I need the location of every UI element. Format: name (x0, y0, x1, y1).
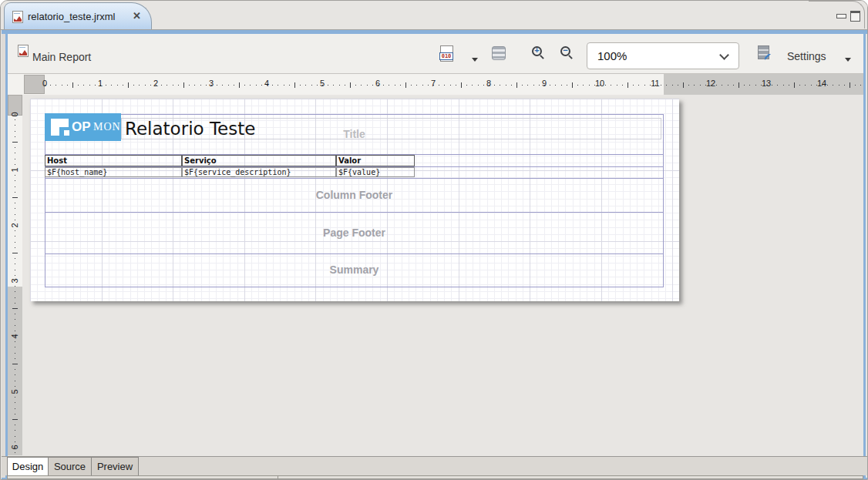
v-ruler-number: 1 (10, 165, 20, 175)
zoom-level-combobox[interactable]: 100% (587, 42, 739, 69)
minimize-icon[interactable] (836, 14, 846, 18)
horizontal-ruler: 01234567891011121314 (8, 74, 863, 95)
field-value[interactable]: $F{value} (336, 167, 415, 177)
designer-toolbar: Main Report 010 + − 100% Settings (8, 34, 863, 74)
report-file-icon (12, 11, 23, 23)
editor-tab-relatorio-teste[interactable]: relatorio_teste.jrxml ✕ (4, 2, 152, 30)
band-label-column-footer: Column Footer (45, 189, 664, 201)
report-designer-window: relatorio_teste.jrxml ✕ Main Report 010 … (0, 0, 868, 480)
editor-tab-title: relatorio_teste.jrxml (28, 11, 115, 22)
band-label-title: Title (45, 128, 664, 140)
h-ruler-number: 14 (817, 79, 826, 88)
tab-design[interactable]: Design (7, 457, 49, 476)
horizontal-ruler-midticks (45, 82, 863, 88)
column-header-valor[interactable]: Valor (336, 155, 415, 166)
h-ruler-number: 7 (431, 79, 436, 88)
report-page[interactable]: OP MON Relatorio Teste Title Host Serviç… (30, 99, 679, 301)
column-header-servico[interactable]: Serviço (182, 155, 336, 166)
band-line-detail-bottom (45, 178, 664, 179)
vertical-ruler: 0123456 (8, 95, 22, 455)
h-ruler-number: 8 (486, 79, 491, 88)
field-host-name[interactable]: $F{host_name} (45, 167, 182, 177)
dataset-dropdown-arrow-icon[interactable] (472, 58, 478, 62)
band-label-summary: Summary (45, 263, 664, 276)
h-ruler-number: 4 (264, 79, 269, 88)
status-bar-right (278, 475, 863, 479)
chevron-down-icon (719, 50, 729, 60)
h-ruler-number: 2 (153, 79, 158, 88)
tab-preview[interactable]: Preview (91, 457, 139, 476)
status-bar-left (7, 475, 278, 479)
zoom-out-icon[interactable]: − (560, 46, 570, 56)
report-file-icon (18, 45, 29, 57)
band-line-summary-bottom (45, 287, 664, 287)
outline-list-icon[interactable] (492, 46, 506, 60)
h-ruler-number: 10 (595, 79, 604, 88)
settings-icon[interactable] (758, 45, 769, 59)
v-ruler-number: 5 (10, 387, 20, 397)
v-ruler-number: 4 (10, 331, 20, 341)
h-ruler-number: 9 (542, 79, 547, 88)
close-icon[interactable]: ✕ (133, 10, 141, 22)
zoom-level-value: 100% (597, 49, 627, 62)
settings-dropdown-arrow-icon[interactable] (845, 58, 851, 62)
tab-source[interactable]: Source (48, 457, 92, 476)
design-canvas[interactable]: OP MON Relatorio Teste Title Host Serviç… (22, 95, 863, 455)
h-ruler-number: 13 (762, 79, 771, 88)
maximize-icon[interactable] (850, 11, 860, 22)
h-ruler-number: 12 (706, 79, 715, 88)
dataset-icon[interactable]: 010 (440, 45, 453, 62)
band-line-top-margin (45, 114, 664, 115)
h-ruler-number: 1 (98, 79, 103, 88)
dataset-icon-label: 010 (439, 52, 453, 60)
h-ruler-number: 11 (651, 79, 659, 88)
v-ruler-number: 0 (10, 109, 20, 119)
h-ruler-number: 3 (209, 79, 214, 88)
v-ruler-number: 6 (10, 442, 20, 452)
band-line-pagefooter-bottom (45, 253, 664, 254)
main-report-selector[interactable]: Main Report (32, 51, 91, 63)
column-header-host[interactable]: Host (45, 155, 182, 166)
settings-button[interactable]: Settings (787, 50, 826, 62)
zoom-in-icon[interactable]: + (532, 46, 542, 56)
horizontal-ruler-handle[interactable] (24, 75, 45, 94)
part-highlight-right (863, 34, 866, 478)
band-line-columnfooter-bottom (45, 212, 664, 213)
v-ruler-number: 2 (10, 220, 20, 230)
editor-mode-tab-bar: Design Source Preview (2, 456, 868, 475)
band-label-page-footer: Page Footer (45, 227, 664, 239)
h-ruler-number: 6 (375, 79, 380, 88)
h-ruler-number: 5 (320, 79, 325, 88)
h-ruler-number: 0 (42, 79, 47, 88)
v-ruler-number: 3 (10, 276, 20, 286)
field-service-description[interactable]: $F{service_description} (182, 167, 336, 177)
